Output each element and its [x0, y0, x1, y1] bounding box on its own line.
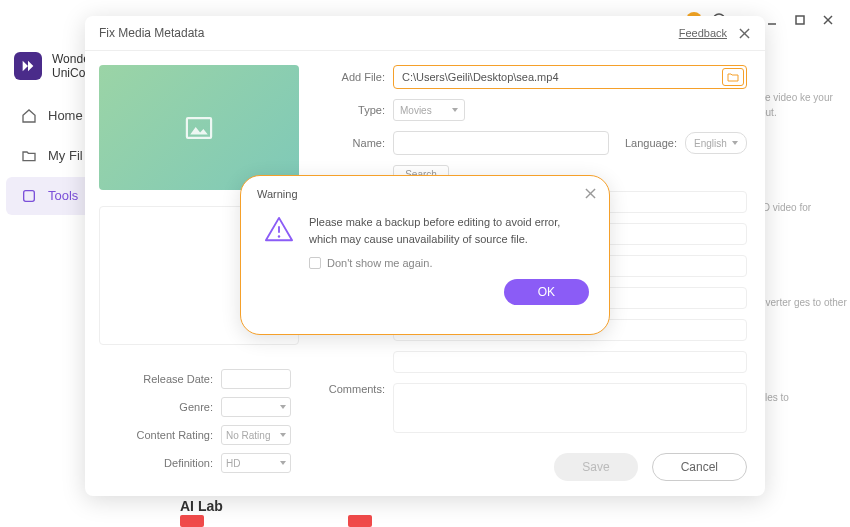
genre-select[interactable] [221, 397, 291, 417]
minimize-button[interactable] [762, 10, 782, 30]
language-label: Language: [625, 137, 677, 149]
metadata-field[interactable] [393, 351, 747, 373]
dialog-close-icon[interactable] [737, 26, 751, 40]
svg-marker-12 [190, 126, 208, 134]
ok-button[interactable]: OK [504, 279, 589, 305]
checkbox-icon [309, 257, 321, 269]
definition-select[interactable]: HD [221, 453, 291, 473]
browse-folder-button[interactable] [722, 68, 744, 86]
svg-rect-8 [24, 190, 35, 201]
dialog-header: Fix Media Metadata Feedback [85, 16, 765, 51]
folder-icon [20, 147, 38, 165]
meta-form: Release Date: Genre: Content Rating: No … [99, 361, 291, 481]
svg-rect-11 [187, 118, 211, 138]
ai-lab-heading: AI Lab [180, 498, 223, 514]
chevron-down-icon [732, 141, 738, 145]
chevron-down-icon [280, 433, 286, 437]
dialog-footer: Save Cancel [309, 443, 747, 481]
svg-rect-5 [796, 16, 804, 24]
sidebar-item-label: My Fil [48, 148, 83, 163]
content-rating-select[interactable]: No Rating [221, 425, 291, 445]
tools-icon [20, 187, 38, 205]
close-button[interactable] [818, 10, 838, 30]
release-date-input[interactable] [221, 369, 291, 389]
warning-title: Warning [257, 188, 593, 200]
image-placeholder-icon [185, 117, 213, 139]
warning-message: Please make a backup before editing to a… [309, 214, 587, 247]
hot-tag-icon [180, 515, 204, 527]
cancel-button[interactable]: Cancel [652, 453, 747, 481]
name-input[interactable] [393, 131, 609, 155]
definition-label: Definition: [164, 457, 213, 469]
feedback-link[interactable]: Feedback [679, 27, 727, 39]
home-icon [20, 107, 38, 125]
video-preview [99, 65, 299, 190]
svg-point-16 [278, 235, 280, 237]
add-file-label: Add File: [309, 71, 385, 83]
release-date-label: Release Date: [143, 373, 213, 385]
language-select[interactable]: English [685, 132, 747, 154]
brand-logo-icon [14, 52, 42, 80]
checkbox-label: Don't show me again. [327, 257, 432, 269]
dont-show-checkbox[interactable]: Don't show me again. [309, 257, 587, 269]
chevron-down-icon [452, 108, 458, 112]
chevron-down-icon [280, 405, 286, 409]
warning-triangle-icon [263, 214, 295, 246]
comments-label: Comments: [309, 383, 385, 395]
sidebar-item-label: Tools [48, 188, 78, 203]
dialog-title: Fix Media Metadata [99, 26, 204, 40]
genre-label: Genre: [179, 401, 213, 413]
sidebar-item-label: Home [48, 108, 83, 123]
background-snippets: se video ke your out. ID video for nvert… [760, 90, 850, 485]
type-select[interactable]: Movies [393, 99, 465, 121]
type-label: Type: [309, 104, 385, 116]
chevron-down-icon [280, 461, 286, 465]
warning-modal: Warning Please make a backup before edit… [240, 175, 610, 335]
save-button[interactable]: Save [554, 453, 637, 481]
warning-close-icon[interactable] [583, 186, 597, 200]
name-label: Name: [309, 137, 385, 149]
add-file-input[interactable]: C:\Users\Geili\Desktop\sea.mp4 [393, 65, 747, 89]
content-rating-label: Content Rating: [137, 429, 213, 441]
comments-input[interactable] [393, 383, 747, 433]
hot-tag-icon [348, 515, 372, 527]
maximize-button[interactable] [790, 10, 810, 30]
